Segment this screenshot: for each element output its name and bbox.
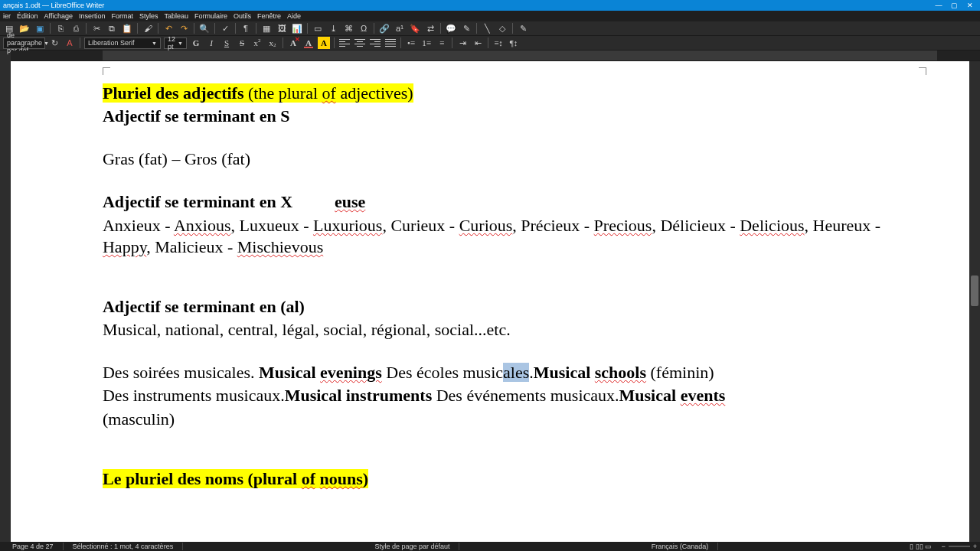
formatting-toolbar: de paragraphe par déf ▼ ↻ A Liberation S… (0, 36, 980, 51)
title-bar: ançais 1.odt — LibreOffice Writer — ▢ ✕ (0, 0, 980, 11)
comment-icon[interactable]: 💬 (445, 22, 457, 34)
increase-indent-button[interactable]: ⇥ (456, 37, 469, 49)
align-right-button[interactable] (369, 37, 381, 49)
paragraph-style-combo[interactable]: de paragraphe par déf ▼ (3, 37, 45, 49)
scrollbar-thumb[interactable] (971, 276, 978, 306)
find-icon[interactable]: 🔍 (198, 22, 211, 34)
page-indicator[interactable]: Page 4 de 27 (3, 543, 64, 550)
subscript-button[interactable]: x2 (266, 37, 279, 49)
menu-item[interactable]: Insertion (79, 12, 106, 20)
page-style-indicator[interactable]: Style de page par défaut (365, 543, 459, 550)
document-page[interactable]: Pluriel des adjectifs (the plural of adj… (11, 61, 969, 542)
decrease-indent-button[interactable]: ⇤ (472, 37, 484, 49)
textbox-icon[interactable]: ▭ (312, 22, 324, 34)
align-justify-button[interactable] (384, 37, 397, 49)
bullet-list-button[interactable]: •≡ (405, 37, 417, 49)
outline-button[interactable]: ≡ (436, 37, 448, 49)
doc-text: , Heureux - (805, 216, 881, 235)
strikethrough-button[interactable]: S (236, 37, 248, 49)
bold-button[interactable]: G (190, 37, 202, 49)
font-size-combo[interactable]: 12 pt ▼ (164, 37, 187, 49)
draw-icon[interactable]: ✎ (517, 22, 529, 34)
italic-button[interactable]: I (205, 37, 217, 49)
close-button[interactable]: ✕ (963, 2, 977, 9)
horizontal-ruler[interactable] (0, 51, 980, 61)
bookmark-icon[interactable]: 🔖 (409, 22, 421, 34)
print-icon[interactable]: ⎙ (70, 22, 82, 34)
vertical-scrollbar[interactable] (969, 61, 980, 542)
vertical-ruler[interactable] (0, 61, 11, 542)
new-style-icon[interactable]: A (64, 37, 76, 49)
table-icon[interactable]: ▦ (260, 22, 273, 34)
zoom-out-button[interactable]: − (941, 543, 945, 550)
status-bar: Page 4 de 27 Sélectionné : 1 mot, 4 cara… (0, 542, 980, 551)
spellcheck-icon[interactable]: ✓ (219, 22, 231, 34)
update-style-icon[interactable]: ↻ (48, 37, 60, 49)
hyperlink-icon[interactable]: 🔗 (378, 22, 390, 34)
doc-text: Pluriel des adjectifs (103, 83, 248, 103)
page-break-icon[interactable]: ⤓ (327, 22, 339, 34)
menu-item[interactable]: Édition (17, 12, 38, 20)
menu-item[interactable]: Aide (287, 12, 301, 20)
view-book-icon[interactable]: ▭ (925, 543, 932, 550)
document-content[interactable]: Pluriel des adjectifs (the plural of adj… (103, 83, 926, 491)
doc-text: Adjectif se terminant en (al) (103, 297, 305, 316)
export-pdf-icon[interactable]: ⎘ (54, 22, 67, 34)
cross-ref-icon[interactable]: ⇄ (424, 22, 436, 34)
chevron-down-icon: ▼ (152, 41, 157, 46)
menu-item[interactable]: Affichage (44, 12, 73, 20)
doc-text (315, 469, 320, 488)
align-center-button[interactable] (354, 37, 366, 49)
language-indicator[interactable]: Français (Canada) (642, 543, 719, 550)
doc-text: Des écoles music (382, 363, 503, 382)
doc-text: ) (363, 469, 368, 488)
highlight-button[interactable]: A (318, 37, 330, 49)
doc-text: adjectives) (336, 83, 413, 103)
chart-icon[interactable]: 📊 (291, 22, 303, 34)
footnote-icon[interactable]: a¹ (394, 22, 406, 34)
cut-icon[interactable]: ✂ (90, 22, 103, 34)
minimize-button[interactable]: — (932, 2, 946, 9)
copy-icon[interactable]: ⧉ (106, 22, 118, 34)
image-icon[interactable]: 🖼 (276, 22, 288, 34)
menu-item[interactable]: ier (3, 12, 11, 20)
underline-button[interactable]: S (220, 37, 233, 49)
maximize-button[interactable]: ▢ (947, 2, 961, 9)
number-list-button[interactable]: 1≡ (420, 37, 433, 49)
nonprinting-icon[interactable]: ¶ (240, 22, 252, 34)
view-multi-page-icon[interactable]: ▯▯ (916, 543, 923, 550)
doc-text: events (681, 386, 726, 405)
superscript-button[interactable]: x2 (251, 37, 263, 49)
field-icon[interactable]: ⌘ (342, 22, 354, 34)
font-name-combo[interactable]: Liberation Serif ▼ (84, 37, 161, 49)
view-single-page-icon[interactable]: ▯ (910, 543, 913, 550)
menu-item[interactable]: Format (111, 12, 133, 20)
paste-icon[interactable]: 📋 (121, 22, 133, 34)
selection-info: Sélectionné : 1 mot, 4 caractères (64, 543, 184, 550)
font-color-button[interactable]: A (302, 37, 315, 49)
redo-icon[interactable]: ↷ (178, 22, 190, 34)
clear-format-button[interactable]: A✕ (287, 37, 299, 49)
undo-icon[interactable]: ↶ (162, 22, 175, 34)
menu-item[interactable]: Fenêtre (257, 12, 281, 20)
shapes-icon[interactable]: ◇ (496, 22, 508, 34)
doc-text: (masculin) (103, 409, 175, 429)
menu-item[interactable]: Tableau (164, 12, 188, 20)
menu-item[interactable]: Styles (139, 12, 158, 20)
clone-format-icon[interactable]: 🖌 (142, 22, 154, 34)
doc-text: evenings (320, 363, 382, 382)
zoom-slider[interactable] (949, 546, 970, 547)
standard-toolbar: ▤ 📂 ▣ ⎘ ⎙ ✂ ⧉ 📋 🖌 ↶ ↷ 🔍 ✓ ¶ ▦ 🖼 📊 ▭ ⤓ ⌘ … (0, 21, 980, 36)
align-left-button[interactable] (338, 37, 351, 49)
line-spacing-button[interactable]: ≡↕ (492, 37, 505, 49)
track-changes-icon[interactable]: ✎ (460, 22, 472, 34)
para-spacing-button[interactable]: ¶↕ (508, 37, 520, 49)
doc-text: nouns (320, 469, 363, 488)
zoom-in-button[interactable]: + (973, 543, 977, 550)
line-icon[interactable]: ╲ (481, 22, 493, 34)
doc-text: Des instruments musicaux. (103, 386, 285, 405)
menu-item[interactable]: Formulaire (194, 12, 227, 20)
special-char-icon[interactable]: Ω (358, 22, 370, 34)
menu-item[interactable]: Outils (234, 12, 251, 20)
window-controls: — ▢ ✕ (932, 2, 977, 9)
